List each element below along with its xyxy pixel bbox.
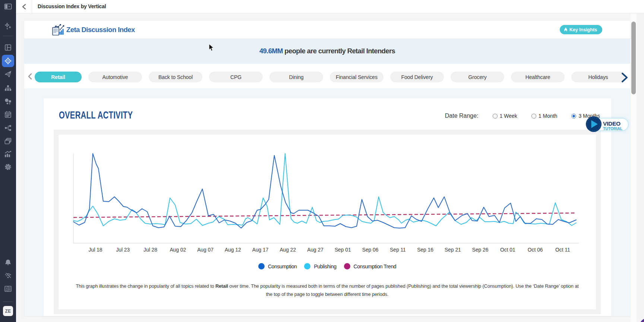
svg-text:Oct 06: Oct 06 <box>528 247 543 253</box>
svg-text:Sep 21: Sep 21 <box>445 247 461 253</box>
svg-text:Jul 28: Jul 28 <box>143 247 157 253</box>
svg-text:Sep 26: Sep 26 <box>472 247 489 253</box>
svg-text:Aug 17: Aug 17 <box>252 247 269 253</box>
svg-text:Sep 11: Sep 11 <box>390 247 406 253</box>
svg-text:Sep 06: Sep 06 <box>362 247 379 253</box>
svg-text:Aug 07: Aug 07 <box>197 247 214 253</box>
svg-text:Aug 22: Aug 22 <box>280 247 296 253</box>
svg-text:Oct 11: Oct 11 <box>555 247 570 253</box>
svg-text:Jul 23: Jul 23 <box>116 247 130 253</box>
svg-text:Sep 16: Sep 16 <box>417 247 433 253</box>
svg-text:Jul 18: Jul 18 <box>89 247 102 253</box>
svg-text:Aug 12: Aug 12 <box>225 247 241 253</box>
svg-text:Aug 02: Aug 02 <box>170 247 186 253</box>
svg-text:Oct 01: Oct 01 <box>500 247 515 253</box>
svg-text:Sep 01: Sep 01 <box>335 247 351 253</box>
svg-text:Aug 27: Aug 27 <box>307 247 323 253</box>
